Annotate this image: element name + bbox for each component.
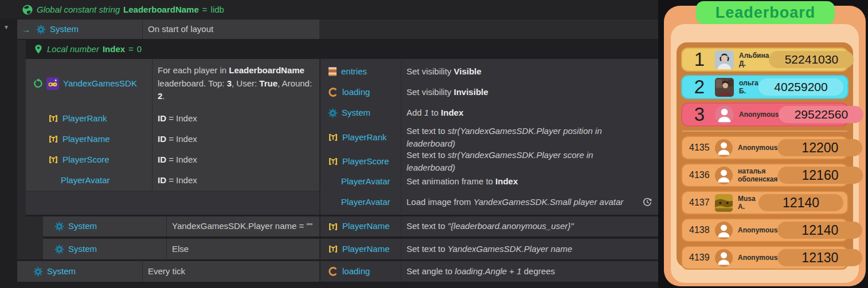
- object-name: PlayerScore: [62, 153, 110, 167]
- subevent-else[interactable]: System Else PlayerName Set text to Yande…: [43, 239, 658, 259]
- leaderboard-row: 2 ольга Б. 40259200: [681, 75, 849, 99]
- player-name: Anonymous: [738, 144, 777, 152]
- rank-label: 4137: [687, 198, 711, 208]
- event-every-tick[interactable]: System Every tick loading Set angle to l…: [17, 261, 658, 282]
- action-text: Add 1 to Index: [406, 106, 463, 120]
- rank-label: 3: [687, 104, 711, 125]
- subevent-anonymous-name[interactable]: System YandexGamesSDK.Player name = "" P…: [43, 216, 658, 236]
- event-on-start[interactable]: → System On start of layout: [17, 19, 658, 39]
- score-badge: 12160: [778, 167, 863, 184]
- condition-text: For each player in LeaderboardName leade…: [158, 64, 315, 103]
- local-variable-row[interactable]: Local number Index = 0: [26, 40, 656, 58]
- collapse-triangle-onstart[interactable]: ▼: [3, 25, 9, 30]
- condition-text: ID = Index: [158, 133, 197, 146]
- system-gear-icon: [33, 267, 43, 277]
- object-name: PlayerAvatar: [61, 174, 110, 187]
- action-text: Load image from YandexGamesSDK.Small pla…: [406, 196, 623, 209]
- condition-playername[interactable]: PlayerName ID = Index: [26, 129, 319, 149]
- object-name: YandexGamesSDK: [63, 77, 137, 90]
- player-name: Anonymous: [738, 254, 777, 262]
- leaderboard-row: 4136 наталья оболенская 12160: [681, 163, 849, 187]
- leaderboard-title: Leaderboard: [715, 4, 816, 22]
- action-loading-invisible[interactable]: loading Set visibility Invisible: [320, 82, 658, 102]
- score-badge: 12140: [758, 194, 843, 211]
- action-text: Set visibility Invisible: [406, 86, 488, 99]
- empty-actions-area[interactable]: [319, 19, 658, 39]
- object-name: System: [342, 106, 370, 120]
- action-add-to-index[interactable]: System Add 1 to Index: [320, 102, 658, 123]
- condition-text: ID = Index: [158, 153, 197, 167]
- event-foreach-player[interactable]: YandexGamesSDK For each player in Leader…: [26, 59, 658, 215]
- condition-foreach[interactable]: YandexGamesSDK For each player in Leader…: [26, 59, 319, 108]
- condition-playerscore[interactable]: PlayerScore ID = Index: [26, 149, 319, 170]
- local-var-kind: Local number: [47, 44, 99, 54]
- trigger-arrow-icon: →: [22, 25, 30, 34]
- globe-icon: [22, 4, 33, 15]
- global-var-value: lidb: [211, 5, 224, 14]
- pin-icon: [33, 44, 44, 54]
- local-var-name: Index: [103, 44, 125, 54]
- score-badge: 52241030: [769, 51, 854, 68]
- leaderboard-row: 4135 Anonymous 12200: [681, 136, 849, 160]
- rank-label: 4135: [687, 143, 711, 153]
- leaderboard-divider: [682, 131, 847, 132]
- action-playerrank-settext[interactable]: PlayerRank Set text to str(YandexGamesSD…: [320, 123, 658, 152]
- rank-label: 2: [687, 76, 711, 98]
- player-name: Musa A.: [738, 195, 758, 211]
- person-silhouette-icon: [715, 167, 733, 184]
- score-badge: 12140: [777, 222, 862, 239]
- player-name: Anonymous: [738, 226, 777, 234]
- action-text: Set text to "{leaderboard.anonymous_user…: [406, 220, 574, 233]
- wait-for-load-icon: [642, 197, 652, 207]
- person-silhouette-icon: [715, 139, 733, 157]
- system-gear-icon: [328, 108, 338, 118]
- condition-playeravatar[interactable]: PlayerAvatar ID = Index: [26, 170, 319, 191]
- construct-event-sheet-screenshot: Global constant string LeaderboardName =…: [0, 0, 868, 288]
- person-silhouette-icon: [715, 105, 734, 124]
- condition-text: ID = Index: [158, 112, 197, 125]
- subevent-indent-strip: [26, 216, 43, 259]
- leaderboard-row: 1 Альбина Д. 52241030: [681, 48, 849, 72]
- action-text: Set text to str(YandexGamesSDK.Player po…: [406, 125, 641, 151]
- action-playeravatar-loadimage[interactable]: PlayerAvatar Load image from YandexGames…: [320, 192, 658, 212]
- text-object-icon: [328, 244, 338, 254]
- object-name: System: [47, 265, 76, 278]
- text-object-icon: [328, 156, 338, 167]
- person-silhouette-icon: [715, 222, 733, 239]
- action-text: Set text to YandexGamesSDK.Player name: [406, 243, 572, 256]
- object-name: System: [68, 220, 97, 233]
- player-name: Anonymous: [739, 111, 779, 119]
- action-entries-visible[interactable]: entries Set visibility Visible: [320, 61, 658, 82]
- avatar: [715, 78, 734, 97]
- rank-label: 4136: [687, 170, 711, 180]
- global-var-name: LeaderboardName: [123, 5, 199, 14]
- system-gear-icon: [36, 25, 46, 34]
- object-name: PlayerAvatar: [341, 175, 390, 188]
- action-text: Set animation frame to Index: [406, 175, 518, 188]
- local-var-value: 0: [137, 44, 142, 54]
- leaderboard-row: 4139 Anonymous 12130: [681, 246, 849, 270]
- avatar: [715, 50, 734, 69]
- object-name: System: [50, 23, 79, 36]
- player-name: Альбина Д.: [739, 52, 769, 68]
- action-playeravatar-frame[interactable]: PlayerAvatar Set animation frame to Inde…: [320, 171, 658, 192]
- yandex-games-sdk-icon: [46, 77, 59, 90]
- global-variable-row[interactable]: Global constant string LeaderboardName =…: [0, 0, 658, 19]
- conditions-column: YandexGamesSDK For each player in Leader…: [26, 59, 319, 215]
- score-badge: 40259200: [758, 78, 843, 96]
- score-badge: 12130: [777, 249, 862, 266]
- entries-sprite-icon: [328, 67, 337, 76]
- condition-playerrank[interactable]: PlayerRank ID = Index: [26, 108, 319, 129]
- condition-text: On start of layout: [148, 23, 213, 36]
- action-text: Set text to str(YandexGamesSDK.Player sc…: [406, 149, 641, 175]
- object-name: PlayerRank: [342, 131, 387, 144]
- action-playerscore-settext[interactable]: PlayerScore Set text to str(YandexGamesS…: [320, 152, 658, 171]
- object-name: System: [68, 243, 97, 256]
- leaderboard-row: 4138 Anonymous 12140: [681, 218, 849, 242]
- conditions-filler: [26, 191, 319, 215]
- player-name: наталья оболенская: [738, 167, 778, 183]
- system-gear-icon: [54, 222, 64, 231]
- rank-label: 4138: [687, 225, 711, 235]
- score-badge: 12200: [777, 139, 862, 156]
- loading-arc-icon: [328, 87, 338, 97]
